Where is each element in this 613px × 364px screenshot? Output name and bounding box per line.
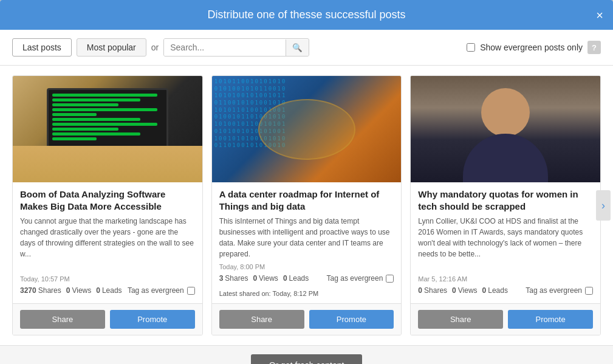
post-card-3: Why mandatory quotas for women in tech s… bbox=[410, 75, 601, 335]
code-line bbox=[52, 98, 141, 101]
fresh-content-button[interactable]: Or get fresh content bbox=[251, 354, 363, 364]
code-line bbox=[52, 132, 141, 136]
toolbar: Last posts Most popular or 🔍 Show evergr… bbox=[0, 30, 613, 66]
last-posts-tab[interactable]: Last posts bbox=[12, 38, 72, 57]
shares-stat-1: 3270 Shares bbox=[20, 286, 61, 295]
post-actions-3: Share Promote bbox=[411, 303, 600, 335]
modal-footer: Or get fresh content bbox=[0, 345, 613, 364]
post-actions-2: Share Promote bbox=[212, 303, 402, 335]
post-stats-2: 3 Shares 0 Views 0 Leads Tag as bbox=[219, 274, 394, 283]
tag-evergreen-label-1: Tag as evergreen bbox=[128, 286, 184, 295]
code-line bbox=[52, 128, 118, 131]
post-actions-1: Share Promote bbox=[13, 303, 202, 335]
shares-value-3: 0 bbox=[418, 286, 422, 295]
post-body-2: A data center roadmap for Internet of Th… bbox=[212, 182, 402, 303]
shares-stat-2: 3 Shares bbox=[219, 274, 248, 283]
body-shape bbox=[463, 134, 548, 182]
or-text: or bbox=[151, 43, 159, 52]
evergreen-checkbox[interactable] bbox=[467, 43, 475, 52]
post-image-2: 1010110010101010010100101011001010101001… bbox=[212, 76, 402, 182]
modal-header: Distribute one of thesse successful post… bbox=[0, 0, 613, 30]
search-input[interactable] bbox=[164, 39, 286, 56]
modal-container: Distribute one of thesse successful post… bbox=[0, 0, 613, 364]
post-excerpt-2: This isInternet of Things and big data t… bbox=[219, 216, 394, 259]
code-line bbox=[52, 94, 157, 97]
views-value-1: 0 bbox=[66, 286, 70, 295]
views-label-2: Views bbox=[259, 274, 278, 283]
leads-label-1: Leads bbox=[102, 286, 122, 295]
leads-value-3: 0 bbox=[482, 286, 487, 295]
tag-evergreen-checkbox-1[interactable] bbox=[187, 287, 195, 295]
code-line bbox=[52, 137, 97, 140]
content-area: Boom of Data Analyzing Software Makes Bi… bbox=[0, 66, 613, 345]
post-title-1: Boom of Data Analyzing Software Makes Bi… bbox=[20, 188, 195, 212]
tag-evergreen-2: Tag as evergreen bbox=[327, 274, 394, 283]
promote-button-1[interactable]: Promote bbox=[110, 310, 195, 329]
hand-area bbox=[13, 146, 202, 182]
post-excerpt-1: You cannot argue that the marketing land… bbox=[20, 216, 195, 272]
post-image-1 bbox=[13, 76, 202, 182]
next-button[interactable]: › bbox=[596, 190, 611, 221]
most-popular-tab[interactable]: Most popular bbox=[77, 38, 146, 57]
views-value-2: 0 bbox=[253, 274, 257, 283]
views-stat-1: 0 Views bbox=[66, 286, 91, 295]
post-meta-2: Today, 8:00 PM bbox=[219, 263, 394, 270]
post-meta-1: Today, 10:57 PM bbox=[20, 275, 195, 283]
post-image-3 bbox=[411, 76, 600, 182]
share-button-1[interactable]: Share bbox=[20, 310, 105, 329]
leads-stat-2: 0 Leads bbox=[283, 274, 309, 283]
stats-items-2: 3 Shares 0 Views 0 Leads bbox=[219, 274, 309, 283]
code-line bbox=[52, 103, 118, 106]
shares-label-2: Shares bbox=[225, 274, 248, 283]
search-icon: 🔍 bbox=[292, 43, 303, 52]
stats-items-1: 3270 Shares 0 Views 0 Leads bbox=[20, 286, 122, 295]
views-label-3: Views bbox=[458, 286, 478, 295]
promote-button-3[interactable]: Promote bbox=[508, 310, 593, 329]
help-button[interactable]: ? bbox=[587, 41, 601, 54]
post-meta-3: Mar 5, 12:16 AM bbox=[418, 275, 593, 283]
search-button[interactable]: 🔍 bbox=[286, 39, 309, 56]
leads-stat-1: 0 Leads bbox=[96, 286, 122, 295]
code-line bbox=[52, 118, 141, 121]
post-stats-1: 3270 Shares 0 Views 0 Leads Tag bbox=[20, 286, 195, 295]
shares-label-3: Shares bbox=[424, 286, 447, 295]
leads-stat-3: 0 Leads bbox=[482, 286, 508, 295]
search-wrapper: 🔍 bbox=[163, 38, 309, 57]
post-title-2: A data center roadmap for Internet of Th… bbox=[219, 188, 394, 212]
post-card-1: Boom of Data Analyzing Software Makes Bi… bbox=[12, 75, 203, 335]
tag-evergreen-checkbox-3[interactable] bbox=[585, 287, 593, 295]
promote-button-2[interactable]: Promote bbox=[309, 310, 394, 329]
shares-stat-3: 0 Shares bbox=[418, 286, 447, 295]
latest-shared-2: Latest shared on: Today, 8:12 PM bbox=[219, 290, 394, 297]
tag-evergreen-1: Tag as evergreen bbox=[128, 286, 195, 295]
latest-shared-value-2: Today, 8:12 PM bbox=[273, 290, 319, 297]
views-stat-2: 0 Views bbox=[253, 274, 278, 283]
code-line bbox=[52, 108, 157, 111]
code-line bbox=[52, 113, 97, 116]
close-button[interactable]: × bbox=[596, 9, 603, 21]
tag-evergreen-checkbox-2[interactable] bbox=[386, 275, 394, 283]
leads-label-2: Leads bbox=[289, 274, 309, 283]
leads-label-3: Leads bbox=[488, 286, 508, 295]
woman-silhouette bbox=[411, 76, 600, 182]
face-circle bbox=[481, 88, 530, 137]
share-button-3[interactable]: Share bbox=[418, 310, 503, 329]
views-label-1: Views bbox=[72, 286, 91, 295]
share-button-2[interactable]: Share bbox=[219, 310, 304, 329]
leads-value-1: 0 bbox=[96, 286, 100, 295]
next-icon: › bbox=[601, 199, 605, 212]
world-bg bbox=[258, 99, 355, 160]
tag-evergreen-label-3: Tag as evergreen bbox=[526, 286, 582, 295]
stats-items-3: 0 Shares 0 Views 0 Leads bbox=[418, 286, 508, 295]
shares-value-2: 3 bbox=[219, 274, 224, 283]
leads-value-2: 0 bbox=[283, 274, 287, 283]
post-card-2: 1010110010101010010100101011001010101001… bbox=[211, 75, 402, 335]
post-body-3: Why mandatory quotas for women in tech s… bbox=[411, 182, 600, 303]
views-stat-3: 0 Views bbox=[452, 286, 477, 295]
shares-label-1: Shares bbox=[38, 286, 61, 295]
post-body-1: Boom of Data Analyzing Software Makes Bi… bbox=[13, 182, 202, 303]
post-title-3: Why mandatory quotas for women in tech s… bbox=[418, 188, 593, 212]
post-stats-3: 0 Shares 0 Views 0 Leads Tag as bbox=[418, 286, 593, 295]
tag-evergreen-3: Tag as evergreen bbox=[526, 286, 593, 295]
evergreen-label: Show evergreen posts only bbox=[480, 43, 583, 52]
